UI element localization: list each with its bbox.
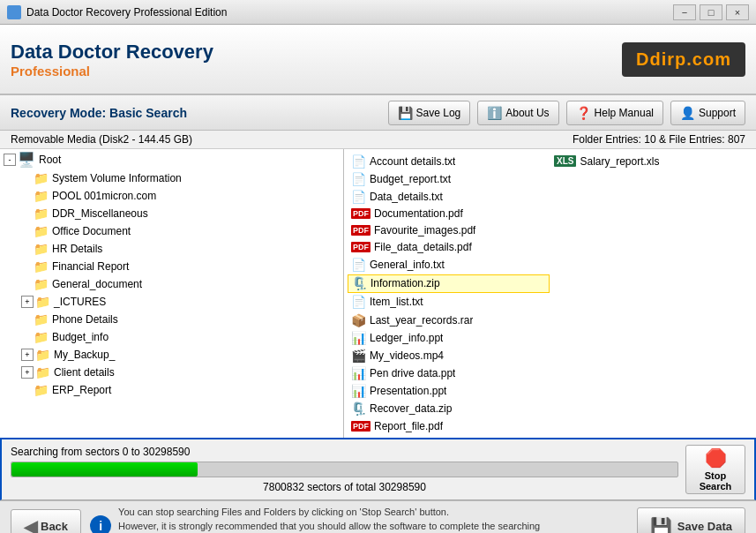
tree-item-svi[interactable]: 📁 System Volume Information (0, 169, 343, 187)
file-item-ledger[interactable]: 📊 Ledger_info.ppt (348, 329, 550, 346)
pdf-icon: PDF (351, 208, 371, 219)
main-area: - 🖥️ Root 📁 System Volume Information 📁 … (0, 149, 756, 500)
save-data-button[interactable]: 💾 Save Data (637, 507, 745, 534)
file-item-empty5 (550, 239, 752, 255)
tree-item-hr[interactable]: 📁 HR Details (0, 240, 343, 258)
drive-icon: 🖥️ (18, 151, 35, 168)
tree-label-erp: ERP_Report (52, 384, 111, 396)
about-us-button[interactable]: ℹ️ About Us (477, 101, 558, 125)
tree-label-root: Root (39, 154, 61, 166)
save-log-button[interactable]: 💾 Save Log (388, 101, 471, 125)
file-item-videos[interactable]: 🎬 My_videos.mp4 (348, 347, 550, 364)
file-item-last-year[interactable]: 📦 Last_year_records.rar (348, 312, 550, 328)
folder-icon-general-doc: 📁 (34, 277, 49, 291)
txt-icon: 📄 (351, 258, 366, 272)
tree-item-phone[interactable]: 📁 Phone Details (0, 311, 343, 328)
file-item-empty13 (550, 383, 752, 400)
file-item-presentation[interactable]: 📊 Presentation.ppt (348, 383, 550, 400)
tree-item-backup[interactable]: + 📁 My_Backup_ (0, 346, 343, 364)
maximize-button[interactable]: □ (700, 4, 722, 20)
file-item-empty14 (550, 401, 752, 417)
title-bar: Data Doctor Recovery Professional Editio… (0, 0, 756, 25)
tree-item-root[interactable]: - 🖥️ Root (0, 149, 343, 169)
file-item-recover-data[interactable]: 🗜️ Recover_data.zip (348, 401, 550, 417)
help-manual-button[interactable]: ❓ Help Manual (566, 101, 663, 125)
folder-icon-financial: 📁 (34, 259, 49, 274)
file-item-empty8 (550, 294, 752, 311)
file-item-empty6 (550, 256, 752, 273)
file-item-favourite[interactable]: PDF Favourite_images.pdf (348, 222, 550, 238)
expander-root[interactable]: - (4, 154, 16, 166)
stop-icon: 🛑 (705, 447, 727, 469)
stop-search-button[interactable]: 🛑 StopSearch (685, 445, 745, 494)
window-title: Data Doctor Recovery Professional Editio… (26, 6, 673, 19)
folder-icon-pool: 📁 (34, 189, 49, 203)
expander-client[interactable]: + (21, 366, 34, 379)
txt-icon: 📄 (351, 190, 366, 204)
tree-pane[interactable]: - 🖥️ Root 📁 System Volume Information 📁 … (0, 149, 344, 438)
app-icon (7, 5, 21, 19)
file-label: General_info.txt (370, 259, 445, 271)
file-label: Report_file.pdf (374, 420, 443, 432)
file-item-pen-drive[interactable]: 📊 Pen drive data.ppt (348, 364, 550, 381)
file-item-data-details[interactable]: 📄 Data_details.txt (348, 188, 550, 205)
tree-label-client: Client details (54, 366, 115, 379)
file-pane[interactable]: 📄 Account details.txt XLS Salary_report.… (344, 149, 756, 438)
minimize-button[interactable]: − (673, 4, 696, 20)
progress-text: 7800832 sectors of total 30298590 (11, 481, 678, 493)
file-item-documentation[interactable]: PDF Documentation.pdf (348, 206, 550, 221)
expander-pictures[interactable]: + (21, 296, 34, 308)
file-item-item-list[interactable]: 📄 Item_list.txt (348, 294, 550, 311)
back-button[interactable]: ◀ Back (11, 509, 81, 534)
info-text: You can stop searching Files and Folders… (118, 506, 540, 533)
progress-bar-container (11, 462, 678, 477)
tree-item-financial[interactable]: 📁 Financial Report (0, 258, 343, 275)
folder-icon-erp: 📁 (34, 383, 49, 397)
tree-label-pool: POOL 001micron.com (52, 190, 156, 202)
txt-icon: 📄 (351, 154, 366, 169)
tree-item-office[interactable]: 📁 Office Document (0, 222, 343, 240)
file-label: Data_details.txt (370, 191, 443, 203)
file-item-budget-report[interactable]: 📄 Budget_report.txt (348, 170, 550, 187)
tree-label-hr: HR Details (52, 243, 102, 255)
tree-item-pool[interactable]: 📁 POOL 001micron.com (0, 187, 343, 205)
file-item-empty1 (550, 170, 752, 187)
file-item-general-info[interactable]: 📄 General_info.txt (348, 256, 550, 273)
file-label: Information.zip (371, 277, 440, 289)
support-button[interactable]: 👤 Support (670, 101, 745, 125)
logo-area: Data Doctor Recovery Professional (11, 41, 622, 79)
file-label: Ledger_info.ppt (370, 332, 443, 344)
file-item-account[interactable]: 📄 Account details.txt (348, 153, 550, 169)
folder-icon-hr: 📁 (34, 242, 49, 256)
tree-item-general-doc[interactable]: 📁 General_document (0, 275, 343, 293)
xls-icon: XLS (554, 155, 576, 167)
file-item-empty3 (550, 206, 752, 221)
file-item-report-file[interactable]: PDF Report_file.pdf (348, 418, 550, 434)
tree-label-office: Office Document (52, 225, 131, 237)
tree-item-pictures[interactable]: + 📁 _ICTURES (0, 293, 343, 311)
support-icon: 👤 (680, 106, 695, 120)
close-button[interactable]: × (726, 4, 749, 20)
expander-backup[interactable]: + (21, 349, 34, 361)
tree-item-client[interactable]: + 📁 Client details (0, 364, 343, 381)
file-item-empty11 (550, 347, 752, 364)
save-log-label: Save Log (416, 107, 461, 119)
file-label: Favourite_images.pdf (374, 224, 475, 236)
recovery-mode-label: Recovery Mode: Basic Search (11, 106, 381, 120)
back-label: Back (41, 520, 68, 533)
tree-item-erp[interactable]: 📁 ERP_Report (0, 381, 343, 399)
file-item-information-zip[interactable]: 🗜️ Information.zip (348, 274, 550, 293)
tree-item-ddr[interactable]: 📁 DDR_Miscellaneous (0, 205, 343, 222)
tree-label-general-doc: General_document (52, 278, 142, 290)
folder-icon-ddr: 📁 (34, 206, 49, 221)
tree-item-budget[interactable]: 📁 Budget_info (0, 328, 343, 346)
folder-entries: Folder Entries: 10 & File Entries: 807 (573, 133, 745, 146)
folder-icon-client: 📁 (35, 365, 50, 379)
folder-icon-backup: 📁 (35, 348, 50, 362)
file-item-empty15 (550, 418, 752, 434)
toolbar: Recovery Mode: Basic Search 💾 Save Log ℹ… (0, 95, 756, 131)
file-item-empty10 (550, 329, 752, 346)
file-item-salary[interactable]: XLS Salary_report.xls (550, 153, 752, 169)
tree-label-phone: Phone Details (52, 313, 118, 326)
file-item-file-data[interactable]: PDF File_data_details.pdf (348, 239, 550, 255)
